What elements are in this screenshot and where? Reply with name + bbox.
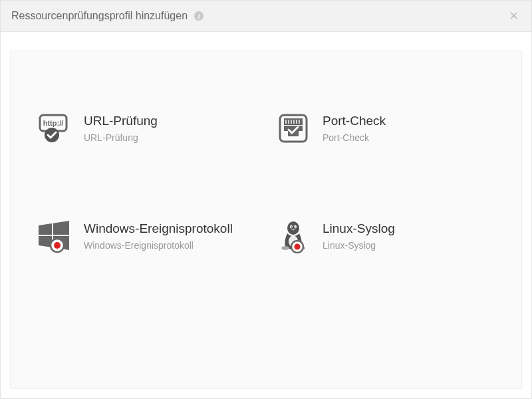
close-icon: × bbox=[509, 7, 518, 24]
tile-text: Port-Check Port-Check bbox=[323, 114, 386, 143]
tile-text: Windows-Ereignisprotokoll Windows-Ereign… bbox=[84, 221, 233, 251]
svg-point-18 bbox=[295, 227, 296, 228]
options-grid: http:// URL-Prüfung URL-Prüfung bbox=[37, 111, 495, 253]
tile-linux-syslog[interactable]: Linux-Syslog Linux-Syslog bbox=[276, 219, 495, 253]
windows-eventlog-icon bbox=[37, 219, 72, 253]
tile-subtitle: Port-Check bbox=[323, 132, 386, 143]
svg-point-13 bbox=[54, 242, 61, 249]
tile-url-check[interactable]: http:// URL-Prüfung URL-Prüfung bbox=[37, 111, 256, 146]
tile-title: Windows-Ereignisprotokoll bbox=[84, 221, 233, 236]
tile-title: URL-Prüfung bbox=[84, 114, 158, 128]
info-icon[interactable]: i bbox=[194, 11, 203, 21]
tile-title: Linux-Syslog bbox=[323, 221, 395, 236]
tile-title: Port-Check bbox=[323, 114, 386, 128]
svg-point-14 bbox=[287, 221, 299, 235]
add-resource-check-profile-modal: Ressourcenprüfungsprofil hinzufügen i × … bbox=[0, 0, 532, 399]
tile-subtitle: URL-Prüfung bbox=[84, 132, 158, 143]
modal-header: Ressourcenprüfungsprofil hinzufügen i × bbox=[1, 1, 531, 32]
url-check-icon: http:// bbox=[37, 111, 72, 146]
port-check-icon bbox=[276, 111, 311, 146]
svg-point-24 bbox=[295, 244, 301, 250]
tile-port-check[interactable]: Port-Check Port-Check bbox=[276, 111, 495, 146]
svg-rect-4 bbox=[284, 118, 303, 125]
tile-subtitle: Windows-Ereignisprotokoll bbox=[84, 240, 233, 251]
modal-title: Ressourcenprüfungsprofil hinzufügen bbox=[11, 10, 188, 22]
tile-text: Linux-Syslog Linux-Syslog bbox=[323, 221, 395, 251]
tile-subtitle: Linux-Syslog bbox=[323, 240, 395, 251]
close-button[interactable]: × bbox=[507, 9, 521, 23]
tile-windows-eventlog[interactable]: Windows-Ereignisprotokoll Windows-Ereign… bbox=[37, 219, 256, 253]
svg-text:http://: http:// bbox=[43, 119, 64, 127]
svg-point-17 bbox=[291, 227, 293, 228]
svg-point-20 bbox=[281, 246, 289, 250]
tile-text: URL-Prüfung URL-Prüfung bbox=[84, 114, 158, 143]
linux-syslog-icon bbox=[276, 219, 311, 253]
header-left: Ressourcenprüfungsprofil hinzufügen i bbox=[11, 10, 203, 22]
modal-body: http:// URL-Prüfung URL-Prüfung bbox=[1, 32, 531, 398]
options-panel: http:// URL-Prüfung URL-Prüfung bbox=[10, 51, 522, 389]
